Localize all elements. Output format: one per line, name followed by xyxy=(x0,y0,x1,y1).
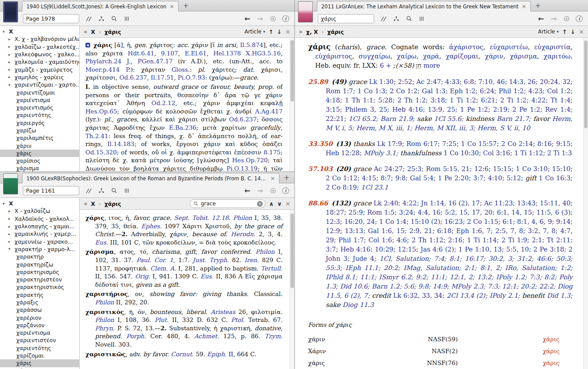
close-view-icon[interactable]: × xyxy=(285,28,290,35)
forward-icon[interactable]: → xyxy=(550,14,557,23)
clear-search-icon[interactable]: × xyxy=(257,201,263,207)
reference-link[interactable]: Tobit. 12.18 xyxy=(192,214,229,221)
reference-link[interactable]: Aristeas xyxy=(211,308,235,315)
tree-item[interactable]: χαριεντότης xyxy=(0,344,79,352)
parallel-resources-icon[interactable]: // xyxy=(85,186,92,195)
tree-arrow-icon[interactable]: ▸ xyxy=(8,239,15,244)
article-dropdown[interactable]: Article▾ xyxy=(538,29,559,35)
form-lemma[interactable]: χάρις xyxy=(458,358,559,368)
reference-link[interactable]: χαίρω xyxy=(397,53,417,60)
reference-link[interactable]: 1 Co 10:30; Col 3:16; 1 Ti 1:12; 2 Ti 1:… xyxy=(444,150,572,157)
reference-link[interactable]: Il.5.874 xyxy=(240,41,263,48)
info-icon[interactable]: i xyxy=(282,15,289,22)
tab-close-icon[interactable]: × xyxy=(169,4,174,9)
reference-link[interactable]: Hes.Op.720 xyxy=(232,157,268,164)
tree-item[interactable]: ▸χαλκεόφωνος - χαλκο... xyxy=(0,51,79,58)
tab-lsj[interactable]: 1940 LSJ9(Liddell,Scott,Jones): A Greek-… xyxy=(22,1,179,11)
reference-link[interactable]: Cor. 1 xyxy=(154,256,173,263)
tree-item[interactable]: ▸Χαλδαϊκός - χαλκολ... xyxy=(0,215,79,223)
new-tab-button[interactable]: + xyxy=(179,2,193,10)
tree-item[interactable]: ▾χαρακτήρ - χαρμο-λ... xyxy=(0,245,79,253)
tree-item[interactable]: ▸Χ - χαλδαΐζω xyxy=(0,207,79,215)
reference-link[interactable]: Tryph. xyxy=(209,256,229,263)
outline-lines-icon[interactable] xyxy=(418,14,425,23)
search-prev-icon[interactable]: ∧ xyxy=(269,201,274,207)
page-input[interactable] xyxy=(23,14,79,23)
reference-link[interactable]: Od.2.12 xyxy=(151,99,175,106)
tree-arrow-icon[interactable]: ▸ xyxy=(8,44,15,49)
reference-link[interactable]: χαρίζομαι xyxy=(446,53,478,60)
search-icon[interactable] xyxy=(110,14,118,23)
reference-link[interactable]: 1Cl 55.6; xyxy=(434,115,466,122)
reference-link[interactable]: Gloss. xyxy=(172,66,190,73)
reference-link[interactable]: Barn 21.7; xyxy=(496,115,533,122)
reference-link[interactable]: Moer.p.414 P. xyxy=(85,66,131,73)
tab-sophocles[interactable]: 1900 GLexRB(Sophocles): Greek Lexicon of… xyxy=(22,173,279,183)
tree-item[interactable]: χάριν xyxy=(0,142,79,149)
reference-link[interactable]: 9.107 xyxy=(161,50,178,57)
reference-link[interactable]: εὐχάριστος xyxy=(315,53,352,60)
reference-link[interactable]: Clem. A. xyxy=(151,265,176,272)
tree-item[interactable]: χάρις xyxy=(0,150,79,157)
reference-link[interactable]: Od.6.237 xyxy=(119,74,147,81)
tree-arrow-icon[interactable]: ▸ xyxy=(8,216,15,221)
tree-item[interactable]: χαριεντισμός xyxy=(0,104,79,111)
tree-arrow-icon[interactable]: ▸ xyxy=(8,60,15,64)
outline-lines-icon[interactable] xyxy=(123,186,130,195)
reference-link[interactable]: Hes.Op.65 xyxy=(85,108,117,115)
reference-link[interactable]: Od.15.320 xyxy=(85,149,117,156)
scrollbar[interactable] xyxy=(290,38,294,172)
tree-item[interactable]: ▸χαλκοπαγής - χαμαι... xyxy=(0,223,79,230)
sense-number[interactable]: 33.350 xyxy=(308,140,336,147)
search-next-icon[interactable]: ∨ xyxy=(277,201,282,207)
reference-link[interactable]: 1Cl 23.1 xyxy=(361,184,388,191)
reference-link[interactable]: Pi.O.13.19 xyxy=(226,165,257,172)
tree-item[interactable]: ▸χαμευνέω - χαρακο... xyxy=(0,237,79,245)
tree-item[interactable]: ▸χαμᾶζε - χαμεύρετος xyxy=(0,66,79,73)
reference-link[interactable]: εὐχαριστέω xyxy=(490,44,528,51)
tree-item[interactable]: ▾X xyxy=(0,28,79,35)
sense-number[interactable]: 88.66 xyxy=(308,199,331,207)
tree-item[interactable]: ▾X xyxy=(0,200,79,207)
reference-link[interactable]: Porph. xyxy=(126,332,146,340)
tree-item[interactable]: χαρακτής xyxy=(0,291,79,299)
tree-item[interactable]: ▸Χ, χ - χαλβανόριον μέλι xyxy=(0,35,79,43)
tab-lexham[interactable]: 2011 LxGrAnLex: The Lexham Analytical Le… xyxy=(317,1,531,11)
reference-link[interactable]: Cornut. xyxy=(171,351,194,358)
sync-icon[interactable] xyxy=(269,186,276,195)
form-lemma[interactable]: χάρις xyxy=(458,335,559,344)
reference-link[interactable]: χαριτόω xyxy=(544,53,570,60)
close-view-icon[interactable]: × xyxy=(579,28,584,35)
tree-item[interactable]: χαρίζω xyxy=(0,127,79,134)
prev-article-icon[interactable]: ↑ xyxy=(268,29,273,35)
forward-icon[interactable]: → xyxy=(257,14,264,23)
reference-link[interactable]: Lk 2:40; 4:22; Jn 1:14, 16 (2), 17; Ac 1… xyxy=(326,200,573,262)
tree-arrow-icon[interactable]: ▸ xyxy=(8,75,15,79)
reference-link[interactable]: Iren. xyxy=(244,256,259,263)
reference-link[interactable]: Pi.O.7.93 xyxy=(178,74,205,81)
scrollbar-thumb[interactable] xyxy=(290,213,294,288)
tree-item[interactable]: χαριεργός xyxy=(0,119,79,127)
info-icon[interactable]: i xyxy=(576,15,583,22)
reference-link[interactable]: E.Ba.236 xyxy=(169,124,196,131)
reference-link[interactable]: Hdt.6.41 xyxy=(128,50,154,57)
scrollbar-thumb[interactable] xyxy=(584,40,588,128)
lemma-input[interactable] xyxy=(318,14,374,23)
tree-item[interactable]: χάρις xyxy=(0,359,79,367)
tree-item[interactable]: χάραξις xyxy=(0,299,79,306)
reference-link[interactable]: Hel.1378 xyxy=(213,50,241,57)
breadcrumb-root[interactable]: χ, X xyxy=(306,29,318,35)
tree-item[interactable]: χαρακτηριστέον xyxy=(0,276,79,283)
entry-marker-icon[interactable] xyxy=(85,43,90,47)
reference-link[interactable]: Did 1.3; xyxy=(547,292,573,299)
reference-link[interactable]: Phryn. xyxy=(95,325,115,332)
reference-link[interactable]: Philon xyxy=(256,248,275,255)
reference-link[interactable]: X.HG3.5.16 xyxy=(246,50,280,57)
tree-item[interactable]: ▸χαμαικλινής - χαμερ... xyxy=(0,230,79,237)
network-icon[interactable] xyxy=(98,14,105,23)
reference-link[interactable]: Achmet. xyxy=(194,332,219,340)
tree-item[interactable]: χάρισμα xyxy=(0,164,79,172)
tree-item[interactable]: χαράσσω xyxy=(0,306,79,314)
next-article-icon[interactable]: ↓ xyxy=(277,29,282,35)
reference-link[interactable]: Plut. xyxy=(154,316,169,323)
